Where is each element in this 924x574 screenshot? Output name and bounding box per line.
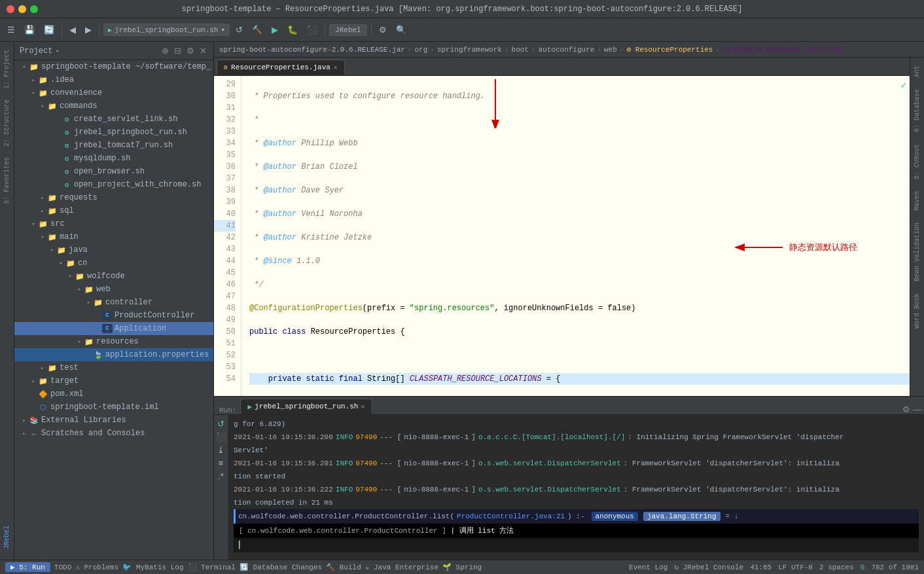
right-tab-cvroot[interactable]: 5: CVRoot: [912, 139, 923, 185]
log-separator: --- [: [380, 457, 401, 469]
tab-close-button[interactable]: ✕: [334, 63, 338, 71]
run-status-tab[interactable]: ▶ 5: Run: [5, 562, 50, 572]
refresh-button[interactable]: ↺: [232, 23, 246, 37]
tree-item-open-chrome[interactable]: ⚙ open_project_with_chrome.sh: [14, 178, 213, 191]
tree-item-product-controller[interactable]: C ProductController: [14, 309, 213, 322]
tree-item-controller[interactable]: ▾ 📁 controller: [14, 296, 213, 309]
bc-item-org[interactable]: org: [414, 46, 427, 54]
tree-item-cn[interactable]: ▾ 📁 cn: [14, 257, 213, 270]
sidebar-item-favorites[interactable]: 3: Favorites: [1, 152, 12, 209]
bc-item-autoconfigure[interactable]: autoconfigure: [539, 46, 595, 54]
event-log[interactable]: Event Log: [629, 564, 667, 571]
tree-item-wolfcode[interactable]: ▾ 📁 wolfcode: [14, 270, 213, 283]
tree-item-convenience[interactable]: ▾ 📁 convenience: [14, 86, 213, 99]
minimize-button[interactable]: [18, 5, 26, 13]
tree-item-application[interactable]: C Application: [14, 322, 213, 335]
tab-resource-properties[interactable]: ⚙ ResourceProperties.java ✕: [217, 60, 345, 75]
tree-item-sql[interactable]: ▸ 📁 sql: [14, 204, 213, 217]
problems-tab[interactable]: ⚠ Problems: [75, 563, 118, 571]
build-button[interactable]: 🔨: [249, 23, 266, 37]
tree-item-main[interactable]: ▾ 📁 main: [14, 230, 213, 243]
expand-icon: ▾: [47, 247, 56, 254]
maximize-button[interactable]: [30, 5, 38, 13]
terminal-tab[interactable]: ⬛ Terminal: [188, 563, 236, 571]
stop-button[interactable]: ⬛: [304, 23, 321, 37]
right-tab-database[interactable]: 6: Database: [912, 84, 923, 137]
bc-item-classpath[interactable]: CLASSPATH_RESOURCE_LOCATIONS: [722, 46, 844, 54]
tree-item-scratches[interactable]: ▸ ✏ Scratches and Consoles: [14, 427, 213, 440]
right-tab-ant[interactable]: Ant: [912, 60, 923, 82]
tree-label: create_servlet_link.sh: [74, 115, 177, 124]
menu-button[interactable]: ☰: [4, 23, 18, 37]
tree-item-java[interactable]: ▾ 📁 java: [14, 243, 213, 257]
bottom-settings-button[interactable]: ⚙: [902, 404, 910, 414]
build-tab[interactable]: 🔨 Build: [326, 563, 361, 571]
tree-item-pom[interactable]: 🔶 pom.xml: [14, 387, 213, 401]
sync-button[interactable]: 🔄: [41, 23, 58, 37]
bc-item-web[interactable]: web: [604, 46, 617, 54]
scroll-end-button[interactable]: ⤓: [215, 444, 227, 456]
search-button[interactable]: 🔍: [393, 23, 410, 37]
tree-item-target[interactable]: ▸ 📁 target: [14, 374, 213, 387]
tree-item-commands[interactable]: ▾ 📁 commands: [14, 99, 213, 113]
right-tab-maven[interactable]: Maven: [912, 186, 923, 216]
log-class: o.s.web.servlet.DispatcherServlet: [478, 457, 621, 469]
sidebar-item-structure[interactable]: 2: Structure: [1, 94, 12, 152]
tree-item-jrebel-tomcat[interactable]: ⚙ jrebel_tomcat7_run.sh: [14, 139, 213, 152]
regex-button[interactable]: .*: [215, 470, 227, 482]
jrebel-console[interactable]: ↻ JRebel Console: [674, 563, 743, 571]
tree-item-external-libraries[interactable]: ▸ 📚 External Libraries: [14, 414, 213, 427]
spring-tab[interactable]: 🌱 Spring: [442, 563, 482, 571]
tree-item-iml[interactable]: ⬡ springboot-template.iml: [14, 401, 213, 414]
right-tab-bean-validation[interactable]: Bean Validation: [912, 217, 923, 287]
java-enterprise-tab[interactable]: ☕ Java Enterprise: [365, 563, 438, 571]
collapse-all-button[interactable]: ⊟: [173, 45, 183, 57]
bc-item-springframework[interactable]: springframework: [437, 46, 502, 54]
forward-button[interactable]: ▶: [82, 23, 95, 37]
tree-item-idea[interactable]: ▸ 📁 .idea: [14, 73, 213, 86]
settings-button[interactable]: ⚙: [376, 23, 390, 37]
jrebel-config[interactable]: JRebel: [329, 24, 367, 36]
run-output[interactable]: g for 6.829) 2021-01-16 19:15:36.200 INF…: [228, 415, 924, 560]
bc-item-resourceprops[interactable]: ⚙ ResourceProperties: [626, 45, 713, 54]
run-button[interactable]: ▶: [268, 23, 281, 37]
stop-run-button[interactable]: ⬛: [215, 431, 227, 442]
sidebar-item-project[interactable]: 1: Project: [1, 45, 12, 94]
code-editor[interactable]: 2930313233 3435363738 394041 4243444546 …: [214, 76, 910, 396]
bc-item-boot[interactable]: boot: [512, 46, 529, 54]
debug-link[interactable]: ProductController.java:21: [457, 511, 565, 522]
back-button[interactable]: ◀: [66, 23, 79, 37]
mybatis-tab[interactable]: 🐦 MyBatis Log: [122, 563, 183, 571]
debug-button[interactable]: 🐛: [284, 23, 301, 37]
tree-item-jrebel-run[interactable]: ⚙ jrebel_springboot_run.sh: [14, 126, 213, 139]
cursor-input-line[interactable]: ▎: [234, 538, 919, 552]
filter-button[interactable]: ≡: [215, 457, 227, 469]
tree-item-requests[interactable]: ▸ 📁 requests: [14, 191, 213, 204]
tree-item-springboot-template[interactable]: ▾ 📁 springboot-template ~/software/temp_: [14, 60, 213, 73]
bottom-minimize-button[interactable]: —: [913, 404, 921, 414]
todo-tab[interactable]: TODO: [54, 564, 71, 571]
right-tab-word-book[interactable]: Word Book: [912, 288, 923, 334]
tree-item-test[interactable]: ▸ 📁 test: [14, 361, 213, 374]
tree-item-mysqldump[interactable]: ⚙ mysqldump.sh: [14, 152, 213, 165]
sidebar-settings-button[interactable]: ⚙: [185, 45, 196, 57]
tree-item-application-properties[interactable]: 🍃 application.properties: [14, 348, 213, 361]
code-content[interactable]: * Properties used to configure resource …: [241, 76, 910, 396]
bottom-tab-run[interactable]: ▶ jrebel_springboot_run.sh ✕: [240, 399, 372, 414]
bc-item-jar[interactable]: spring-boot-autoconfigure-2.0.6.RELEASE.…: [219, 46, 405, 54]
tree-item-create-servlet[interactable]: ⚙ create_servlet_link.sh: [14, 113, 213, 126]
tree-item-src[interactable]: ▾ 📁 src: [14, 217, 213, 230]
rerun-button[interactable]: ↺: [215, 418, 227, 429]
sidebar-close-button[interactable]: ✕: [198, 45, 208, 57]
save-button[interactable]: 💾: [21, 23, 38, 37]
tree-item-open-browser[interactable]: ⚙ open_browser.sh: [14, 165, 213, 178]
tab-run-close[interactable]: ✕: [361, 403, 364, 410]
run-config-dropdown[interactable]: ▶ jrebel_springboot_run.sh ▾: [103, 24, 230, 36]
bottom-tab-actions: ⚙ —: [902, 404, 921, 414]
db-changes-tab[interactable]: 🔃 Database Changes: [240, 563, 322, 571]
sidebar-item-jrebel[interactable]: JRebel: [1, 520, 12, 554]
locate-button[interactable]: ⊕: [160, 45, 170, 57]
tree-item-resources[interactable]: ▾ 📁 resources: [14, 335, 213, 348]
tree-item-web[interactable]: ▾ 📁 web: [14, 283, 213, 296]
close-button[interactable]: [7, 5, 14, 13]
